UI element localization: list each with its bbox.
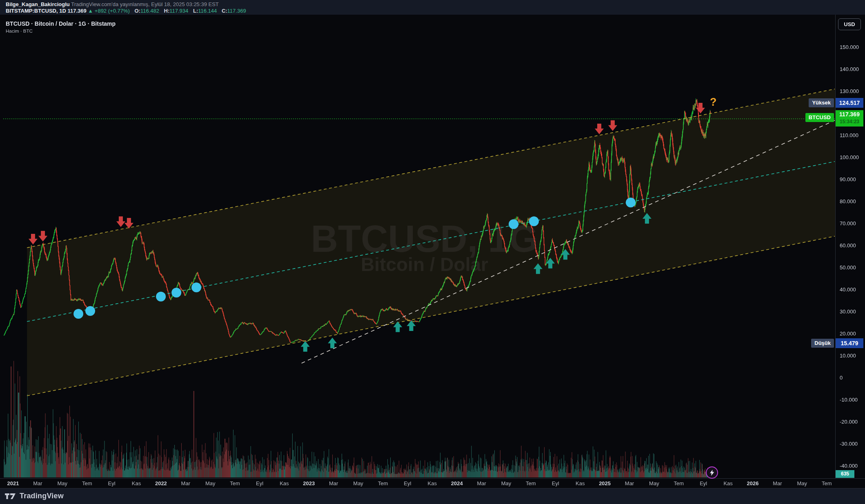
last-price-badge-value: 117.369 xyxy=(836,110,863,119)
time-tick: Tem xyxy=(822,480,832,486)
price-tick: 90.000 xyxy=(840,176,856,182)
time-tick: Tem xyxy=(82,480,92,486)
time-tick: Mar xyxy=(181,480,190,486)
chart-legend-title[interactable]: BTCUSD · Bitcoin / Dolar · 1G · Bitstamp xyxy=(6,20,116,27)
time-tick: Tem xyxy=(674,480,684,486)
time-tick: Mar xyxy=(477,480,486,486)
price-scale[interactable]: 150.000140.000130.000120.000110.000100.0… xyxy=(835,15,865,478)
time-tick: Eyl xyxy=(108,480,116,486)
time-tick: Tem xyxy=(230,480,240,486)
price-tick: 140.000 xyxy=(840,66,859,72)
footer-bar: TradingView xyxy=(0,488,865,504)
time-tick: May xyxy=(797,480,807,486)
price-tick: 50.000 xyxy=(840,264,856,271)
time-tick: 2024 xyxy=(451,480,463,486)
publish-line: Bilge_Kagan_Bakircioglu TradingView.com'… xyxy=(6,1,219,7)
time-tick: Mar xyxy=(329,480,338,486)
price-tick: 10.000 xyxy=(840,353,856,359)
time-tick: 2023 xyxy=(303,480,315,486)
price-tick: 110.000 xyxy=(840,132,858,138)
tradingview-logo-text: TradingView xyxy=(20,492,64,500)
tradingview-published-chart: ? Bilge_Kagan_Bakircioglu TradingView.co… xyxy=(0,0,865,504)
price-tick: 0 xyxy=(840,375,843,381)
price-tick: -20.000 xyxy=(840,419,858,425)
price-tick: 70.000 xyxy=(840,220,856,226)
price-tick: 60.000 xyxy=(840,242,856,249)
low-label: L: xyxy=(193,8,198,14)
low-badge-label: Düşük xyxy=(811,339,834,348)
time-tick: Kas xyxy=(132,480,141,486)
price-tick: 30.000 xyxy=(840,309,856,315)
close-value: 117.369 xyxy=(227,8,246,14)
time-tick: Eyl xyxy=(700,480,707,486)
time-tick: Kas xyxy=(280,480,289,486)
price-tick: -30.000 xyxy=(840,441,858,447)
time-scale[interactable]: 2021MarMayTemEylKas2022MarMayTemEylKas20… xyxy=(0,478,865,488)
volume-indicator-legend[interactable]: Hacim · BTC xyxy=(6,29,33,33)
time-tick: Kas xyxy=(576,480,585,486)
time-tick: 2026 xyxy=(747,480,759,486)
time-tick: May xyxy=(353,480,363,486)
price-tick: 20.000 xyxy=(840,331,856,337)
author-name[interactable]: Bilge_Kagan_Bakircioglu xyxy=(6,1,70,7)
price-tick: 100.000 xyxy=(840,154,859,160)
close-label: C: xyxy=(222,8,227,14)
publish-meta: TradingView.com'da yayınlanmış, Eylül 18… xyxy=(71,1,219,7)
open-label: O: xyxy=(134,8,140,14)
low-value: 116.144 xyxy=(198,8,217,14)
price-tick: -40.000 xyxy=(840,463,858,469)
time-tick: Eyl xyxy=(404,480,411,486)
time-tick: 2021 xyxy=(7,480,19,486)
time-tick: May xyxy=(205,480,216,486)
price-tick: 40.000 xyxy=(840,286,856,293)
time-tick: Eyl xyxy=(552,480,559,486)
time-tick: 2025 xyxy=(599,480,611,486)
symbol-name[interactable]: BITSTAMP:BTCUSD, 1D xyxy=(6,8,66,14)
time-tick: Mar xyxy=(773,480,782,486)
last-price-badge: 117.369 15:34:23 xyxy=(836,110,863,127)
price-change: ▲ +892 (+0.77%) xyxy=(88,8,129,14)
volume-badge: 635 xyxy=(836,470,854,478)
publish-info-bar: Bilge_Kagan_Bakircioglu TradingView.com'… xyxy=(0,0,865,15)
high-label: H: xyxy=(164,8,170,14)
time-tick: Tem xyxy=(526,480,536,486)
time-tick: May xyxy=(649,480,659,486)
last-price-badge-label: BTCUSD xyxy=(805,113,834,122)
tradingview-logo[interactable]: TradingView xyxy=(5,492,64,500)
low-badge-value: 15.479 xyxy=(836,338,863,348)
time-tick: Kas xyxy=(723,480,732,486)
symbol-ohlc-line: BITSTAMP:BTCUSD, 1D 117.369 ▲ +892 (+0.7… xyxy=(6,8,246,14)
price-tick: 80.000 xyxy=(840,198,856,204)
boost-button[interactable] xyxy=(706,466,718,479)
high-badge-value: 124.517 xyxy=(836,98,863,108)
time-tick: 2022 xyxy=(155,480,167,486)
lightning-icon xyxy=(709,470,715,476)
price-tick: 130.000 xyxy=(840,88,859,94)
time-tick: Mar xyxy=(33,480,42,486)
last-price: 117.369 xyxy=(67,8,86,14)
high-value: 117.934 xyxy=(169,8,188,14)
tradingview-logo-icon xyxy=(5,492,16,500)
time-tick: May xyxy=(58,480,68,486)
high-badge-label: Yüksek xyxy=(809,98,834,107)
currency-toggle-button[interactable]: USD xyxy=(838,18,861,30)
price-tick: -10.000 xyxy=(840,397,858,403)
bar-countdown: 15:34:23 xyxy=(836,119,863,125)
candlestick-volume-canvas[interactable] xyxy=(0,0,865,504)
price-tick: 150.000 xyxy=(840,44,859,50)
time-tick: Eyl xyxy=(256,480,263,486)
time-tick: Mar xyxy=(625,480,634,486)
time-tick: Tem xyxy=(378,480,388,486)
time-tick: May xyxy=(501,480,511,486)
time-tick: Kas xyxy=(428,480,437,486)
open-value: 116.482 xyxy=(140,8,159,14)
